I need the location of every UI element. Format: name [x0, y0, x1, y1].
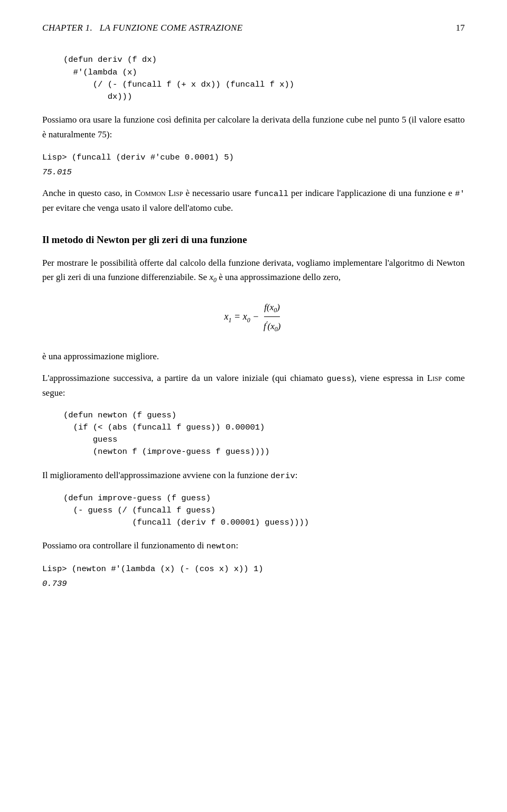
smallcaps-lisp: Lisp — [427, 373, 442, 383]
page-number: 17 — [456, 21, 465, 35]
math-formula: x1 = x0 − f(x0) f′(x0) — [42, 301, 465, 334]
code-guess: guess — [327, 374, 352, 384]
smallcaps-commonlisp: Common Lisp — [135, 188, 183, 198]
math-fraction: f(x0) f′(x0) — [264, 301, 280, 334]
chapter-subtitle: LA FUNZIONE COME ASTRAZIONE — [100, 23, 243, 33]
lisp-result-1: 75.015 — [42, 166, 465, 179]
para6-end: : — [295, 470, 298, 480]
chapter-label: CHAPTER 1. — [42, 23, 92, 33]
paragraph-4: è una approssimazione migliore. — [42, 349, 465, 363]
lisp-result-2: 0.739 — [42, 577, 465, 590]
page-header: CHAPTER 1. LA FUNZIONE COME ASTRAZIONE 1… — [42, 21, 465, 35]
para7-pre: Possiamo ora controllare il funzionament… — [42, 540, 206, 550]
paragraph-7: Possiamo ora controllare il funzionament… — [42, 538, 465, 553]
code-newton: newton — [206, 542, 236, 551]
code-block-newton: (defun newton (f guess) (if (< (abs (fun… — [63, 409, 465, 459]
para6-pre: Il miglioramento dell'approssimazione av… — [42, 470, 270, 480]
para2-end: per evitare che venga usato il valore de… — [42, 203, 233, 213]
section-heading-newton: Il metodo di Newton per gli zeri di una … — [42, 232, 465, 247]
paragraph-2: Anche in questo caso, in Common Lisp è n… — [42, 186, 465, 215]
math-lhs: x1 = x0 − — [224, 311, 261, 322]
para2-pre: Anche in questo caso, in — [42, 188, 135, 198]
code-block-defun-deriv: (defun deriv (f dx) #'(lambda (x) (/ (- … — [63, 54, 465, 103]
para2-mid2: per indicare l'applicazione di una funzi… — [288, 188, 455, 198]
paragraph-1: Possiamo ora usare la funzione così defi… — [42, 113, 465, 141]
code-block-improve-guess: (defun improve-guess (f guess) (- guess … — [63, 492, 465, 529]
lisp-prompt-1: Lisp> (funcall (deriv #'cube 0.0001) 5) — [42, 151, 465, 164]
para5-pre: L'approssimazione successiva, a partire … — [42, 373, 327, 383]
code-funcall: funcall — [254, 189, 288, 199]
code-deriv: deriv — [270, 471, 295, 481]
paragraph-3: Per mostrare le possibilità offerte dal … — [42, 256, 465, 286]
paragraph-6: Il miglioramento dell'approssimazione av… — [42, 468, 465, 483]
para2-mid: è necessario usare — [183, 188, 253, 198]
paragraph-5: L'approssimazione successiva, a partire … — [42, 371, 465, 400]
math-x0: x0 — [209, 272, 217, 282]
para3-end: è una approssimazione dello zero, — [217, 272, 341, 282]
lisp-prompt-2: Lisp> (newton #'(lambda (x) (- (cos x) x… — [42, 563, 465, 575]
math-denominator: f′(x0) — [264, 317, 280, 334]
math-numerator: f(x0) — [264, 301, 280, 317]
chapter-title: CHAPTER 1. LA FUNZIONE COME ASTRAZIONE — [42, 21, 242, 35]
para7-end: : — [236, 540, 238, 550]
code-hash: #' — [455, 189, 465, 199]
para5-end: ), viene espressa in — [351, 373, 427, 383]
